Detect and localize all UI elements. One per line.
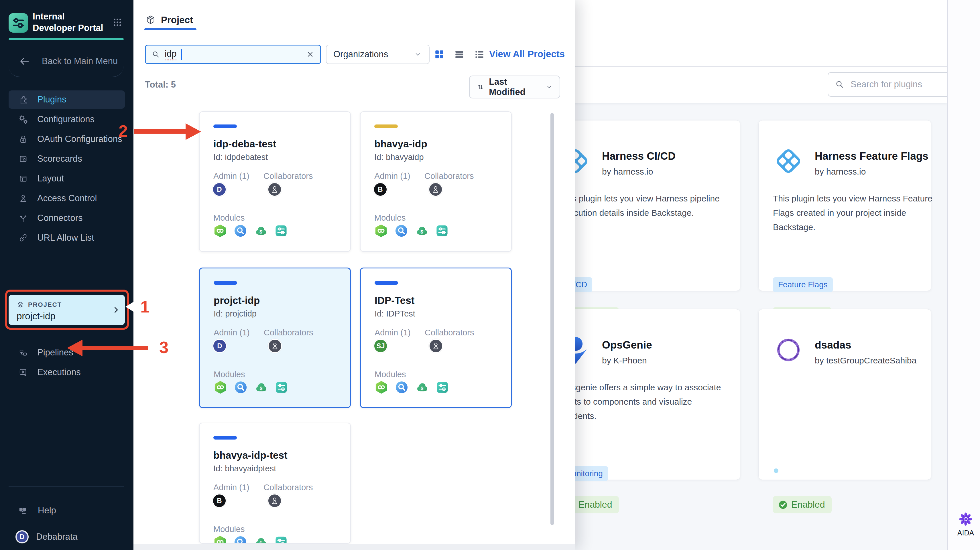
collaborator-avatar[interactable] [267, 494, 282, 508]
total-count: Total: 5 [145, 79, 176, 90]
plugin-card-harness-feature-flags[interactable]: Harness Feature Flags by harness.io This… [758, 120, 931, 291]
admin-avatar[interactable]: D [212, 182, 226, 197]
idp-module-icon [274, 224, 288, 238]
ci-module-icon [214, 380, 227, 394]
project-id: Id: IDPTest [375, 309, 415, 319]
plugins-search-input[interactable] [850, 79, 944, 90]
project-id: Id: projctidp [214, 309, 256, 319]
app-logo [9, 13, 28, 33]
harness-logo [772, 144, 805, 178]
sidebar-item-configurations[interactable]: Configurations [9, 110, 125, 128]
project-search-input[interactable]: idp [145, 44, 321, 64]
sidebar-item-executions[interactable]: Executions [9, 363, 125, 382]
project-card-idp-deba-test[interactable]: idp-deba-test Id: idpdebatest Admin (1) … [199, 111, 351, 252]
project-card-projct-idp[interactable]: projct-idp Id: projctidp Admin (1) Colla… [199, 268, 351, 408]
project-card-idp-test[interactable]: IDP-Test Id: IDPTest Admin (1) Collabora… [360, 268, 512, 408]
plugin-description: This plugin lets you view Harness pipeli… [560, 192, 722, 220]
sidebar-item-access-control[interactable]: Access Control [9, 189, 125, 208]
scorecard-icon [18, 154, 29, 164]
sidebar-item-connectors[interactable]: Connectors [9, 209, 125, 227]
help-button[interactable]: Help [9, 501, 125, 520]
sidebar-item-scorecards[interactable]: Scorecards [9, 150, 125, 168]
link-icon [18, 232, 29, 243]
project-name: idp-deba-test [213, 138, 276, 150]
admin-avatar[interactable]: D [213, 339, 227, 353]
annotation-arrow-2-head [186, 123, 201, 140]
sidebar-item-url-allow-list[interactable]: URL Allow List [9, 229, 125, 247]
project-card-bhavya-idp[interactable]: bhavya-idp Id: bhavyaidp Admin (1) Colla… [360, 111, 512, 252]
aida-assistant-button[interactable]: AIDA [951, 512, 980, 537]
collaborator-avatar[interactable] [267, 182, 282, 197]
aida-flower-icon [958, 512, 973, 526]
chaos-module-icon [395, 380, 408, 394]
list-view-toggle[interactable] [453, 48, 466, 61]
module-grid-icon[interactable] [112, 17, 123, 28]
modal-scrollbar[interactable] [550, 113, 554, 525]
sidebar: Internal Developer Portal Back to Main M… [0, 0, 134, 550]
ci-module-icon [213, 224, 227, 238]
plugin-author: by K-Phoen [602, 356, 647, 365]
tab-project[interactable]: Project [145, 14, 193, 26]
project-card-bhavya-idp-test[interactable]: bhavya-idp-test Id: bhavyaidptest Admin … [199, 423, 351, 544]
teal-accent-bar [9, 38, 124, 40]
back-to-main-menu-label: Back to Main Menu [42, 56, 118, 67]
collaborators-label: Collaborators [264, 483, 313, 492]
module-icon-row [214, 380, 288, 394]
clear-search-icon[interactable] [305, 49, 315, 59]
sidebar-item-plugins[interactable]: Plugins [9, 90, 125, 109]
help-label: Help [38, 506, 56, 516]
chaos-module-icon [395, 224, 408, 238]
sidebar-item-layout[interactable]: Layout [9, 170, 125, 188]
plugin-card-dsadas[interactable]: dsadas by testGroupCreateSahiba Enabled [758, 309, 931, 480]
modules-label: Modules [214, 370, 245, 379]
app-title: Internal Developer Portal [33, 11, 105, 34]
grid-view-toggle[interactable] [433, 48, 445, 61]
tab-project-label: Project [161, 14, 193, 25]
ccm-module-icon [415, 224, 428, 238]
idp-module-icon [435, 224, 449, 238]
admin-label: Admin (1) [374, 171, 410, 181]
app-screen: Harness CI/CD by harness.io This plugin … [0, 0, 980, 550]
admin-label: Admin (1) [213, 171, 250, 181]
annotation-wedge-1 [126, 301, 136, 313]
admin-label: Admin (1) [214, 328, 250, 338]
sort-dropdown[interactable]: Last Modified [469, 76, 560, 98]
ring-purple-logo [772, 333, 805, 366]
modules-label: Modules [374, 213, 406, 223]
ci-module-icon [375, 380, 388, 394]
project-name: projct-idp [214, 295, 260, 306]
card-color-bar [213, 436, 237, 439]
organizations-dropdown[interactable]: Organizations [326, 44, 430, 64]
sidebar-item-oauth-configurations[interactable]: OAuth Configurations [9, 130, 125, 148]
admin-avatar[interactable]: SJ [374, 339, 388, 353]
card-color-bar [214, 281, 237, 285]
collaborators-label: Collaborators [425, 328, 474, 338]
collaborator-avatar[interactable] [428, 182, 443, 197]
avatar-person-icon [430, 341, 441, 352]
text-caret [181, 49, 182, 60]
plugins-search-field[interactable] [828, 72, 950, 97]
collaborators-label: Collaborators [425, 171, 474, 181]
admin-avatar[interactable]: B [373, 182, 388, 197]
slider-logo-icon [10, 15, 26, 31]
user-menu[interactable]: D Debabrata [9, 528, 125, 546]
plugin-mini-badge [774, 468, 778, 473]
sidebar-menu: Plugins Configurations OAuth Configurati… [9, 90, 125, 248]
plugin-status-label: Enabled [579, 499, 612, 510]
collaborator-avatar[interactable] [429, 339, 443, 353]
user-avatar: D [16, 530, 29, 544]
admin-avatar[interactable]: B [212, 494, 226, 508]
active-tab-indicator [144, 29, 196, 30]
lock-icon [18, 134, 29, 144]
project-name: IDP-Test [375, 295, 414, 306]
sidebar-item-label: Plugins [37, 94, 67, 105]
view-all-projects-link[interactable]: View All Projects [489, 49, 565, 60]
card-color-bar [213, 124, 237, 128]
detailed-list-view-toggle[interactable] [473, 48, 486, 61]
collaborator-avatar[interactable] [268, 339, 282, 353]
project-id: Id: bhavyaidp [374, 152, 424, 162]
plugin-category-badge: Feature Flags [773, 277, 833, 292]
chaos-module-icon [234, 224, 247, 238]
tab-divider [144, 30, 560, 30]
check-icon [778, 500, 788, 510]
